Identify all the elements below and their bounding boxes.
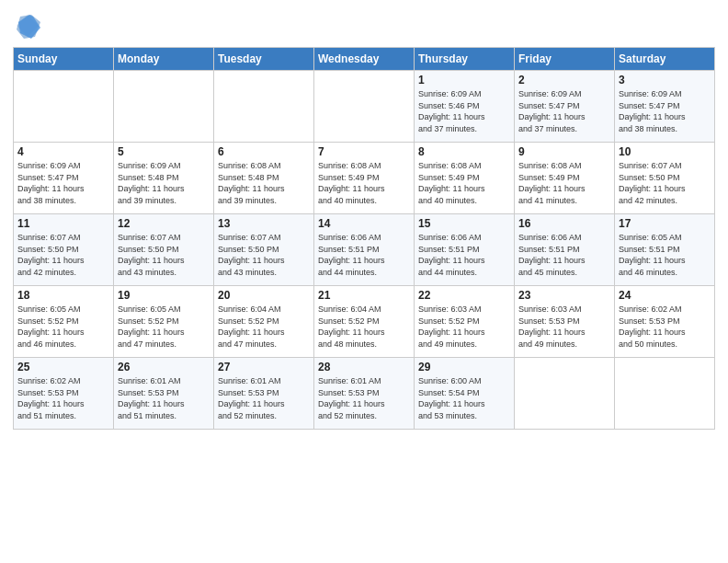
day-number: 10 [619,145,711,158]
day-info: Sunrise: 6:04 AM Sunset: 5:52 PM Dayligh… [218,304,310,350]
week-row-3: 11Sunrise: 6:07 AM Sunset: 5:50 PM Dayli… [14,214,715,286]
weekday-header-friday: Friday [515,48,615,71]
day-info: Sunrise: 6:03 AM Sunset: 5:52 PM Dayligh… [418,304,510,350]
day-number: 18 [17,289,109,302]
calendar-cell [515,358,615,430]
logo-icon [15,13,40,39]
calendar-cell: 4Sunrise: 6:09 AM Sunset: 5:47 PM Daylig… [14,143,114,214]
day-info: Sunrise: 6:05 AM Sunset: 5:52 PM Dayligh… [17,304,109,350]
day-info: Sunrise: 6:04 AM Sunset: 5:52 PM Dayligh… [318,304,410,350]
calendar: SundayMondayTuesdayWednesdayThursdayFrid… [13,47,715,430]
week-row-4: 18Sunrise: 6:05 AM Sunset: 5:52 PM Dayli… [14,286,715,358]
calendar-cell: 27Sunrise: 6:01 AM Sunset: 5:53 PM Dayli… [214,358,314,430]
calendar-cell: 29Sunrise: 6:00 AM Sunset: 5:54 PM Dayli… [415,358,515,430]
day-info: Sunrise: 6:01 AM Sunset: 5:53 PM Dayligh… [218,375,310,421]
calendar-cell: 18Sunrise: 6:05 AM Sunset: 5:52 PM Dayli… [14,286,114,358]
calendar-cell: 9Sunrise: 6:08 AM Sunset: 5:49 PM Daylig… [515,143,615,214]
day-info: Sunrise: 6:09 AM Sunset: 5:47 PM Dayligh… [518,88,610,134]
calendar-cell [214,71,314,143]
day-number: 16 [518,217,610,230]
day-number: 21 [318,289,410,302]
day-info: Sunrise: 6:09 AM Sunset: 5:46 PM Dayligh… [418,88,510,134]
page: SundayMondayTuesdayWednesdayThursdayFrid… [0,0,728,435]
calendar-cell: 20Sunrise: 6:04 AM Sunset: 5:52 PM Dayli… [214,286,314,358]
day-number: 4 [17,145,109,158]
day-info: Sunrise: 6:08 AM Sunset: 5:49 PM Dayligh… [518,160,610,206]
logo [13,13,40,43]
day-number: 8 [418,145,510,158]
day-number: 3 [619,74,711,86]
calendar-cell: 28Sunrise: 6:01 AM Sunset: 5:53 PM Dayli… [314,358,415,430]
calendar-cell: 10Sunrise: 6:07 AM Sunset: 5:50 PM Dayli… [615,143,715,214]
day-number: 25 [17,361,109,373]
day-info: Sunrise: 6:02 AM Sunset: 5:53 PM Dayligh… [17,375,109,421]
day-number: 7 [318,145,410,158]
day-info: Sunrise: 6:07 AM Sunset: 5:50 PM Dayligh… [218,232,310,278]
day-info: Sunrise: 6:06 AM Sunset: 5:51 PM Dayligh… [418,232,510,278]
calendar-cell: 7Sunrise: 6:08 AM Sunset: 5:49 PM Daylig… [314,143,415,214]
calendar-cell: 25Sunrise: 6:02 AM Sunset: 5:53 PM Dayli… [14,358,114,430]
calendar-cell: 22Sunrise: 6:03 AM Sunset: 5:52 PM Dayli… [415,286,515,358]
day-number: 26 [118,361,210,373]
day-info: Sunrise: 6:03 AM Sunset: 5:53 PM Dayligh… [518,304,610,350]
day-number: 17 [619,217,711,230]
calendar-cell [615,358,715,430]
day-number: 6 [218,145,310,158]
day-number: 28 [318,361,410,373]
day-info: Sunrise: 6:01 AM Sunset: 5:53 PM Dayligh… [318,375,410,421]
day-number: 12 [118,217,210,230]
day-number: 13 [218,217,310,230]
calendar-cell: 13Sunrise: 6:07 AM Sunset: 5:50 PM Dayli… [214,214,314,286]
day-info: Sunrise: 6:09 AM Sunset: 5:47 PM Dayligh… [17,160,109,206]
weekday-header-wednesday: Wednesday [314,48,415,71]
calendar-cell: 11Sunrise: 6:07 AM Sunset: 5:50 PM Dayli… [14,214,114,286]
day-number: 22 [418,289,510,302]
day-info: Sunrise: 6:00 AM Sunset: 5:54 PM Dayligh… [418,375,510,421]
week-row-5: 25Sunrise: 6:02 AM Sunset: 5:53 PM Dayli… [14,358,715,430]
day-info: Sunrise: 6:08 AM Sunset: 5:48 PM Dayligh… [218,160,310,206]
day-number: 27 [218,361,310,373]
week-row-1: 1Sunrise: 6:09 AM Sunset: 5:46 PM Daylig… [14,71,715,143]
weekday-header-thursday: Thursday [415,48,515,71]
day-info: Sunrise: 6:05 AM Sunset: 5:51 PM Dayligh… [619,232,711,278]
day-number: 15 [418,217,510,230]
week-row-2: 4Sunrise: 6:09 AM Sunset: 5:47 PM Daylig… [14,143,715,214]
calendar-cell: 23Sunrise: 6:03 AM Sunset: 5:53 PM Dayli… [515,286,615,358]
header [13,9,715,43]
day-info: Sunrise: 6:07 AM Sunset: 5:50 PM Dayligh… [619,160,711,206]
day-number: 20 [218,289,310,302]
calendar-cell: 14Sunrise: 6:06 AM Sunset: 5:51 PM Dayli… [314,214,415,286]
calendar-cell [314,71,415,143]
calendar-cell: 5Sunrise: 6:09 AM Sunset: 5:48 PM Daylig… [114,143,214,214]
calendar-cell: 2Sunrise: 6:09 AM Sunset: 5:47 PM Daylig… [515,71,615,143]
calendar-cell: 24Sunrise: 6:02 AM Sunset: 5:53 PM Dayli… [615,286,715,358]
weekday-header-saturday: Saturday [615,48,715,71]
calendar-cell: 17Sunrise: 6:05 AM Sunset: 5:51 PM Dayli… [615,214,715,286]
day-number: 29 [418,361,510,373]
day-number: 14 [318,217,410,230]
day-info: Sunrise: 6:08 AM Sunset: 5:49 PM Dayligh… [418,160,510,206]
day-info: Sunrise: 6:09 AM Sunset: 5:48 PM Dayligh… [118,160,210,206]
calendar-cell: 16Sunrise: 6:06 AM Sunset: 5:51 PM Dayli… [515,214,615,286]
weekday-header-sunday: Sunday [14,48,114,71]
day-number: 23 [518,289,610,302]
weekday-header-tuesday: Tuesday [214,48,314,71]
day-number: 9 [518,145,610,158]
day-info: Sunrise: 6:06 AM Sunset: 5:51 PM Dayligh… [518,232,610,278]
calendar-cell [14,71,114,143]
day-number: 1 [418,74,510,86]
calendar-cell: 19Sunrise: 6:05 AM Sunset: 5:52 PM Dayli… [114,286,214,358]
day-info: Sunrise: 6:05 AM Sunset: 5:52 PM Dayligh… [118,304,210,350]
calendar-cell [114,71,214,143]
calendar-cell: 8Sunrise: 6:08 AM Sunset: 5:49 PM Daylig… [415,143,515,214]
calendar-cell: 1Sunrise: 6:09 AM Sunset: 5:46 PM Daylig… [415,71,515,143]
day-info: Sunrise: 6:06 AM Sunset: 5:51 PM Dayligh… [318,232,410,278]
day-info: Sunrise: 6:02 AM Sunset: 5:53 PM Dayligh… [619,304,711,350]
calendar-cell: 21Sunrise: 6:04 AM Sunset: 5:52 PM Dayli… [314,286,415,358]
weekday-header-row: SundayMondayTuesdayWednesdayThursdayFrid… [14,48,715,71]
calendar-cell: 12Sunrise: 6:07 AM Sunset: 5:50 PM Dayli… [114,214,214,286]
day-info: Sunrise: 6:07 AM Sunset: 5:50 PM Dayligh… [17,232,109,278]
day-number: 24 [619,289,711,302]
day-number: 5 [118,145,210,158]
calendar-cell: 3Sunrise: 6:09 AM Sunset: 5:47 PM Daylig… [615,71,715,143]
